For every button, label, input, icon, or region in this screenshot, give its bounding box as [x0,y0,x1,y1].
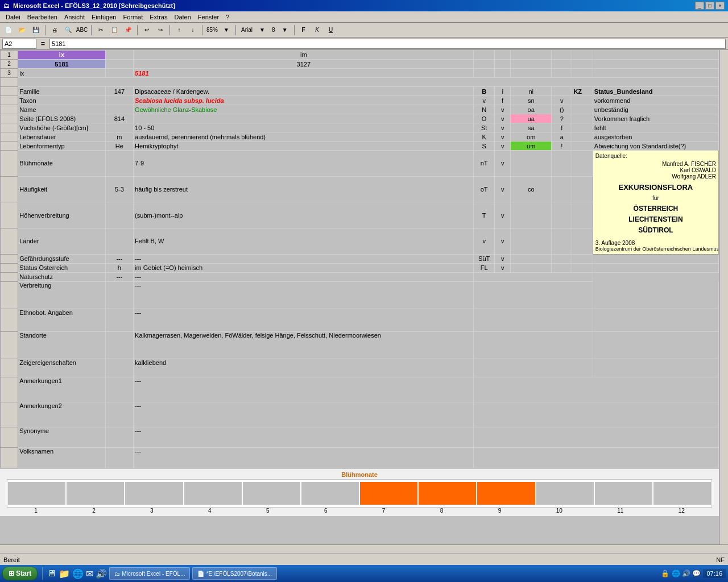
cell-lebensdauer-sn[interactable]: om [511,132,552,142]
horizontal-scrollbar[interactable] [0,544,728,554]
cell-I1[interactable] [593,51,718,60]
cell-bluehmonate-g[interactable] [551,151,572,177]
cell-vuchs-status[interactable]: fehlt [593,123,718,132]
cell-B2[interactable] [105,60,133,69]
menu-help[interactable]: ? [222,13,233,22]
cell-zeiger-status[interactable] [593,359,718,377]
cell-haeufigkeit-co[interactable]: co [511,176,552,202]
sort-asc-button[interactable]: ↑ [173,24,185,36]
cell-bluehmonate-col2[interactable] [105,151,133,177]
cell-reference-input[interactable] [2,39,36,49]
cell-synonyme-col2[interactable] [105,427,133,447]
cell-gefaehrdung-col2[interactable]: --- [105,254,133,263]
cell-volksnamen-col2[interactable] [105,447,133,468]
cell-A3[interactable]: ix [18,69,105,78]
cell-standorte-status[interactable] [593,331,718,359]
zoom-dropdown-button[interactable]: ▼ [220,24,233,36]
cell-status-at-g[interactable] [551,263,572,272]
cell-value-name[interactable]: Gewöhnliche Glanz-Skabiose [134,105,474,114]
cell-standorte-rest[interactable] [474,331,593,359]
cell-laender-sn[interactable] [511,228,552,254]
grid-scroll-area[interactable]: 1 ix im 2 5181 3127 [0,50,719,544]
cell-seite-g2[interactable] [572,114,593,123]
cell-hoehen-b[interactable]: T [474,202,494,228]
undo-button[interactable]: ↩ [140,24,153,36]
cell-seite-g[interactable]: ? [551,114,572,123]
cell-vuchs-g2[interactable] [572,123,593,132]
cell-vuchs-b[interactable]: St [474,123,494,132]
preview-button[interactable]: 🔍 [62,24,75,36]
cell-taxon-col2[interactable] [105,96,133,105]
maximize-button[interactable]: □ [705,2,714,10]
close-button[interactable]: × [715,2,725,10]
menu-bearbeiten[interactable]: Bearbeiten [24,13,61,22]
cell-A2[interactable]: 5181 [18,60,105,69]
cell-verbreitung-status[interactable] [593,281,718,309]
cell-D2[interactable] [474,60,494,69]
cell-D1[interactable] [474,51,494,60]
cell-gefaehrdung-g[interactable] [551,254,572,263]
cell-anm2-val[interactable]: --- [134,402,474,427]
cell-F2[interactable] [511,60,552,69]
cell-taxon-g[interactable]: v [551,96,572,105]
cell-status-bundesland[interactable]: Status_Bundesland [593,87,718,96]
menu-einfuegen[interactable]: Einfügen [88,13,119,22]
cell-synonyme-val[interactable]: --- [134,427,474,447]
cell-bluehmonate-b[interactable]: nT [474,151,494,177]
cell-status-at-e[interactable]: v [494,263,511,272]
cell-haeufigkeit-g[interactable] [551,176,572,202]
cell-taxon-status[interactable]: vorkommend [593,96,718,105]
menu-format[interactable]: Format [119,13,146,22]
cell-ethnobot-col2[interactable] [105,309,133,331]
cell-haeufigkeit-val[interactable]: häufig bis zerstreut [134,176,474,202]
cell-anm2-col2[interactable] [105,402,133,427]
menu-daten[interactable]: Daten [171,13,194,22]
cell-bluehmonate-status[interactable]: Datenquelle: Manfred A. FISCHERKarl OSWA… [593,151,718,255]
cell-value-taxon[interactable]: Scabiosa lucida subsp. lucida [134,96,474,105]
cell-zeiger-rest[interactable] [474,359,593,377]
cell-lebensdauer-b[interactable]: K [474,132,494,142]
cell-kz[interactable] [551,87,572,96]
cell-hoehen-sn[interactable] [511,202,552,228]
open-button[interactable]: 📂 [16,24,28,36]
cell-standorte-col2[interactable] [105,331,133,359]
cell-gefaehrdung-g2[interactable] [572,254,593,263]
spell-button[interactable]: ABC [76,24,88,36]
cell-ethnobot-val[interactable]: --- [134,309,474,331]
cell-G2[interactable] [551,60,572,69]
cell-status-at-g2[interactable] [572,263,593,272]
cell-laender-g2[interactable] [572,228,593,254]
cell-vuchs-sn[interactable]: sa [511,123,552,132]
cell-hoehen-g[interactable] [551,202,572,228]
menu-fenster[interactable]: Fenster [195,13,222,22]
cell-bluehmonate-e[interactable]: v [494,151,511,177]
cell-lebenformen-g[interactable]: ! [551,142,572,151]
cell-H3[interactable] [572,69,593,78]
cell-laender-b[interactable]: v [474,228,494,254]
cell-H2[interactable] [572,60,593,69]
font-dropdown-button[interactable]: ▼ [256,24,268,36]
cell-lebensdauer-val[interactable]: ausdauernd, perennierend (mehrmals blühe… [134,132,474,142]
cell-seite-e[interactable]: v [494,114,511,123]
cell-status-at-sn[interactable] [511,263,552,272]
sort-desc-button[interactable]: ↓ [187,24,199,36]
cell-i-header[interactable]: i [494,87,511,96]
cell-seite-sn[interactable]: ua [511,114,552,123]
cell-name-e[interactable]: v [494,105,511,114]
cell-G1[interactable] [551,51,572,60]
cell-haeufigkeit-b[interactable]: oT [474,176,494,202]
cell-bluehmonate-val[interactable]: 7-9 [134,151,474,177]
cell-name-b[interactable]: N [474,105,494,114]
cell-laender-col2[interactable] [105,228,133,254]
taskbar-excel-button[interactable]: 🗂 Microsoft Excel - EFÖL... [109,567,190,580]
copy-button[interactable]: 📋 [108,24,121,36]
cell-status-at-val[interactable]: im Gebiet (=Ö) heimisch [134,263,474,272]
vertical-scrollbar[interactable] [719,50,728,544]
cell-lebenformen-he[interactable]: He [105,142,133,151]
cell-lebensdauer-m[interactable]: m [105,132,133,142]
cell-zeiger-col2[interactable] [105,359,133,377]
cell-H1[interactable] [572,51,593,60]
cell-vuchs-e[interactable]: v [494,123,511,132]
cell-vuchs-val[interactable]: 10 - 50 [134,123,474,132]
cut-button[interactable]: ✂ [94,24,107,36]
